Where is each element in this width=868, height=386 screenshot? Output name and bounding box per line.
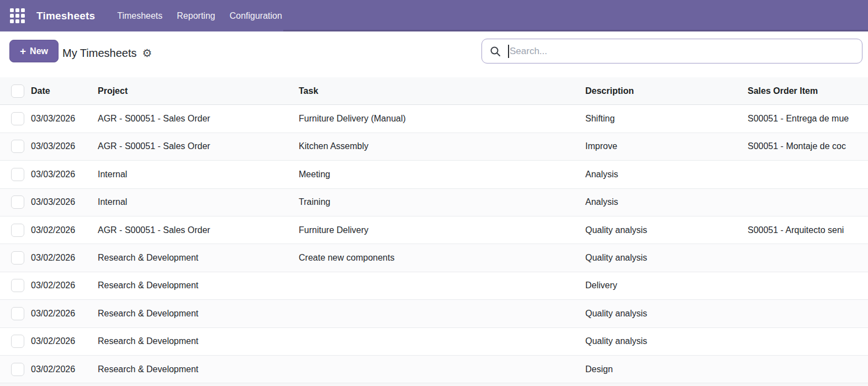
cell-description: Shifting	[579, 114, 741, 124]
cell-project: Research & Development	[91, 281, 292, 290]
search-input[interactable]	[510, 46, 854, 57]
cell-description: Delivery	[579, 281, 741, 290]
cell-description: Design	[579, 364, 741, 374]
column-header-task[interactable]: Task	[292, 86, 579, 96]
new-button-label: New	[30, 46, 48, 56]
cell-project: AGR - S00051 - Sales Order	[91, 141, 292, 151]
row-checkbox[interactable]	[11, 307, 24, 320]
cell-project: AGR - S00051 - Sales Order	[91, 225, 292, 235]
text-caret	[508, 45, 509, 58]
plus-icon: +	[20, 46, 26, 56]
row-checkbox[interactable]	[11, 140, 24, 153]
cell-description: Quality analysis	[579, 225, 741, 235]
search-icon	[490, 46, 501, 57]
cell-date: 03/03/2026	[24, 114, 91, 124]
row-checkbox[interactable]	[11, 224, 24, 237]
cell-description: Quality analysis	[579, 253, 741, 263]
column-header-sales-order-item[interactable]: Sales Order Item	[741, 86, 868, 96]
gear-icon[interactable]: ⚙	[142, 47, 152, 59]
column-header-description[interactable]: Description	[579, 86, 741, 96]
table-row[interactable]: 03/02/2026 AGR - S00051 - Sales Order Fu…	[0, 216, 868, 244]
cell-description: Analysis	[579, 170, 741, 179]
grid-icon	[10, 8, 25, 23]
control-panel: + New My Timesheets ⚙	[0, 31, 868, 75]
apps-menu-button[interactable]	[4, 5, 30, 27]
table-row[interactable]: 03/03/2026 AGR - S00051 - Sales Order Ki…	[0, 133, 868, 161]
top-navbar: Timesheets Timesheets Reporting Configur…	[0, 0, 868, 31]
page-title: My Timesheets	[62, 47, 136, 60]
table-body: 03/03/2026 AGR - S00051 - Sales Order Fu…	[0, 105, 868, 383]
table-row[interactable]: 03/02/2026 Research & Development Qualit…	[0, 300, 868, 327]
cell-description: Improve	[579, 141, 741, 151]
select-all-checkbox[interactable]	[11, 84, 24, 98]
table-row[interactable]: 03/02/2026 Research & Development Delive…	[0, 272, 868, 300]
cell-description: Quality analysis	[579, 336, 741, 346]
row-checkbox[interactable]	[11, 168, 24, 181]
row-checkbox[interactable]	[11, 335, 24, 348]
table-row[interactable]: 03/03/2026 Internal Meeting Analysis	[0, 161, 868, 188]
cell-task: Furniture Delivery	[292, 225, 579, 235]
cell-description: Quality analysis	[579, 309, 741, 319]
timesheets-list: Date Project Task Description Sales Orde…	[0, 77, 868, 386]
cell-sales-order-item: S00051 - Montaje de coc	[741, 141, 868, 151]
cell-date: 03/02/2026	[24, 336, 91, 346]
table-header-row: Date Project Task Description Sales Orde…	[0, 77, 868, 105]
row-checkbox[interactable]	[11, 251, 24, 265]
menu-item-configuration[interactable]: Configuration	[223, 7, 289, 25]
cell-task: Furniture Delivery (Manual)	[292, 114, 579, 124]
row-checkbox[interactable]	[11, 112, 24, 125]
row-checkbox[interactable]	[11, 363, 24, 376]
cell-date: 03/03/2026	[24, 170, 91, 179]
new-button[interactable]: + New	[9, 40, 59, 62]
app-brand-title[interactable]: Timesheets	[36, 10, 95, 22]
cell-project: Research & Development	[91, 336, 292, 346]
cell-project: Research & Development	[91, 364, 292, 374]
menu-item-timesheets[interactable]: Timesheets	[110, 7, 170, 25]
menu-item-reporting[interactable]: Reporting	[170, 7, 222, 25]
cell-date: 03/02/2026	[24, 253, 91, 263]
cell-description: Analysis	[579, 197, 741, 207]
cell-sales-order-item: S00051 - Arquitecto seni	[741, 225, 868, 235]
cell-project: AGR - S00051 - Sales Order	[91, 114, 292, 124]
next-row-sliver	[0, 383, 868, 386]
cell-task: Training	[292, 197, 579, 207]
row-checkbox[interactable]	[11, 279, 24, 292]
navbar-menu: Timesheets Reporting Configuration	[110, 7, 289, 25]
cell-task: Kitchen Assembly	[292, 141, 579, 151]
cell-task: Meeting	[292, 170, 579, 179]
cell-date: 03/02/2026	[24, 309, 91, 319]
table-row[interactable]: 03/02/2026 Research & Development Create…	[0, 244, 868, 272]
cell-date: 03/02/2026	[24, 225, 91, 235]
row-checkbox[interactable]	[11, 195, 24, 209]
cell-project: Internal	[91, 170, 292, 179]
column-header-project[interactable]: Project	[91, 86, 292, 96]
cell-date: 03/03/2026	[24, 197, 91, 207]
column-header-date[interactable]: Date	[24, 86, 91, 96]
cell-sales-order-item: S00051 - Entrega de mue	[741, 114, 868, 124]
search-box[interactable]	[481, 39, 862, 64]
table-row[interactable]: 03/02/2026 Research & Development Qualit…	[0, 328, 868, 356]
table-row[interactable]: 03/02/2026 Research & Development Design	[0, 356, 868, 383]
cell-project: Internal	[91, 197, 292, 207]
cell-task: Create new components	[292, 253, 579, 263]
table-row[interactable]: 03/03/2026 Internal Training Analysis	[0, 189, 868, 216]
cell-date: 03/02/2026	[24, 281, 91, 290]
cell-project: Research & Development	[91, 309, 292, 319]
cell-project: Research & Development	[91, 253, 292, 263]
cell-date: 03/02/2026	[24, 364, 91, 374]
cell-date: 03/03/2026	[24, 141, 91, 151]
breadcrumb: My Timesheets ⚙	[62, 31, 152, 75]
table-row[interactable]: 03/03/2026 AGR - S00051 - Sales Order Fu…	[0, 105, 868, 133]
